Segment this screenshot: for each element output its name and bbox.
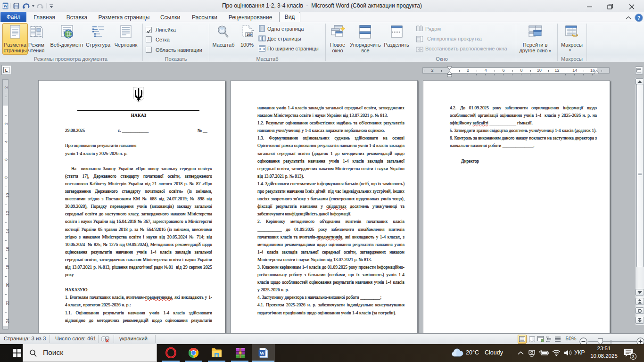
svg-text:?: ? — [637, 15, 641, 21]
svg-text:3: 3 — [632, 354, 634, 359]
svg-text:W: W — [259, 350, 264, 356]
svg-text:W: W — [3, 4, 8, 8]
svg-text:100: 100 — [247, 33, 252, 36]
